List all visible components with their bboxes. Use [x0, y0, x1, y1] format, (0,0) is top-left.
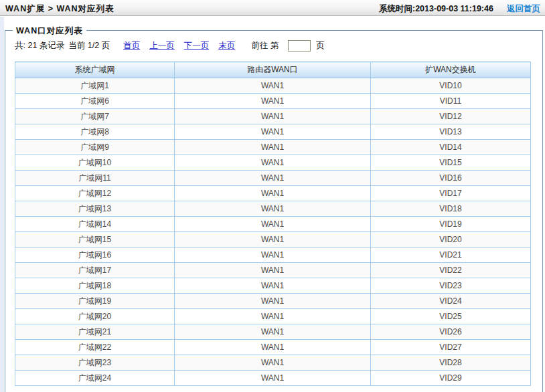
cell-system-wan: 广域网18	[15, 278, 175, 294]
header-system-wan: 系统广域网	[15, 62, 175, 78]
table-row: 广域网18WAN1VID23	[15, 278, 531, 294]
cell-system-wan: 广域网12	[15, 186, 175, 201]
cell-extended-wan-switch: VID25	[371, 309, 531, 324]
cell-extended-wan-switch: VID27	[371, 340, 531, 355]
top-bar: WAN扩展 > WAN对应列表 系统时间:2013-09-03 11:19:46…	[0, 0, 545, 16]
cell-extended-wan-switch: VID11	[371, 94, 531, 109]
table-row: 广域网22WAN1VID27	[15, 340, 531, 355]
table-row: 广域网11WAN1VID16	[15, 171, 531, 186]
current-page-text: 当前 1/2 页	[68, 40, 110, 52]
cell-router-wan-port: WAN1	[175, 309, 371, 324]
cell-system-wan: 广域网13	[15, 201, 175, 217]
cell-router-wan-port: WAN1	[175, 201, 371, 217]
table-row: 广域网16WAN1VID21	[15, 248, 531, 263]
cell-extended-wan-switch: VID12	[371, 109, 531, 124]
cell-system-wan: 广域网16	[15, 248, 175, 263]
cell-system-wan: 广域网9	[15, 140, 175, 155]
table-row: 广域网9WAN1VID14	[15, 140, 531, 155]
panel-legend: WAN口对应列表	[13, 25, 86, 37]
table-row: 广域网13WAN1VID18	[15, 201, 531, 217]
cell-router-wan-port: WAN1	[175, 278, 371, 294]
cell-system-wan: 广域网11	[15, 171, 175, 186]
table-row: 广域网17WAN1VID22	[15, 263, 531, 278]
prev-page-link[interactable]: 上一页	[149, 40, 175, 52]
cell-router-wan-port: WAN1	[175, 124, 371, 140]
table-row: 广域网12WAN1VID17	[15, 186, 531, 201]
cell-extended-wan-switch: VID22	[371, 263, 531, 278]
table-body: 广域网1WAN1VID10广域网6WAN1VID11广域网7WAN1VID12广…	[15, 78, 531, 386]
cell-system-wan: 广域网6	[15, 94, 175, 109]
table-header-row: 系统广域网 路由器WAN口 扩WAN交换机	[15, 62, 531, 78]
cell-extended-wan-switch: VID18	[371, 201, 531, 217]
cell-router-wan-port: WAN1	[175, 371, 371, 386]
cell-router-wan-port: WAN1	[175, 324, 371, 340]
goto-page-label: 前往 第	[251, 40, 279, 52]
cell-extended-wan-switch: VID19	[371, 217, 531, 232]
cell-extended-wan-switch: VID20	[371, 232, 531, 248]
header-extended-wan-switch: 扩WAN交换机	[371, 62, 531, 78]
cell-router-wan-port: WAN1	[175, 109, 371, 124]
cell-router-wan-port: WAN1	[175, 186, 371, 201]
cell-system-wan: 广域网23	[15, 355, 175, 371]
cell-system-wan: 广域网19	[15, 294, 175, 309]
cell-system-wan: 广域网22	[15, 340, 175, 355]
table-row: 广域网21WAN1VID26	[15, 324, 531, 340]
table-row: 广域网24WAN1VID29	[15, 371, 531, 386]
cell-router-wan-port: WAN1	[175, 232, 371, 248]
cell-router-wan-port: WAN1	[175, 263, 371, 278]
table-row: 广域网19WAN1VID24	[15, 294, 531, 309]
cell-extended-wan-switch: VID29	[371, 371, 531, 386]
return-home-link[interactable]: 返回首页	[507, 3, 540, 15]
cell-router-wan-port: WAN1	[175, 94, 371, 109]
cell-system-wan: 广域网14	[15, 217, 175, 232]
cell-router-wan-port: WAN1	[175, 140, 371, 155]
cell-system-wan: 广域网10	[15, 155, 175, 171]
table-row: 广域网1WAN1VID10	[15, 78, 531, 94]
cell-router-wan-port: WAN1	[175, 171, 371, 186]
next-page-link[interactable]: 下一页	[184, 40, 210, 52]
table-row: 广域网14WAN1VID19	[15, 217, 531, 232]
cell-system-wan: 广域网7	[15, 109, 175, 124]
cell-extended-wan-switch: VID13	[371, 124, 531, 140]
cell-router-wan-port: WAN1	[175, 78, 371, 94]
cell-system-wan: 广域网8	[15, 124, 175, 140]
wan-mapping-table: 系统广域网 路由器WAN口 扩WAN交换机 广域网1WAN1VID10广域网6W…	[15, 62, 531, 386]
cell-router-wan-port: WAN1	[175, 248, 371, 263]
table-row: 广域网10WAN1VID15	[15, 155, 531, 171]
table-row: 广域网23WAN1VID28	[15, 355, 531, 371]
system-time: 系统时间:2013-09-03 11:19:46	[379, 3, 493, 15]
table-row: 广域网15WAN1VID20	[15, 232, 531, 248]
cell-extended-wan-switch: VID26	[371, 324, 531, 340]
table-row: 广域网7WAN1VID12	[15, 109, 531, 124]
cell-system-wan: 广域网24	[15, 371, 175, 386]
cell-system-wan: 广域网1	[15, 78, 175, 94]
table-row: 广域网6WAN1VID11	[15, 94, 531, 109]
cell-extended-wan-switch: VID28	[371, 355, 531, 371]
cell-system-wan: 广域网21	[15, 324, 175, 340]
breadcrumb: WAN扩展 > WAN对应列表	[5, 3, 114, 15]
record-count-text: 共: 21 条记录	[15, 40, 64, 52]
cell-system-wan: 广域网17	[15, 263, 175, 278]
cell-extended-wan-switch: VID16	[371, 171, 531, 186]
cell-extended-wan-switch: VID23	[371, 278, 531, 294]
table-row: 广域网20WAN1VID25	[15, 309, 531, 324]
page-left-gutter	[0, 17, 4, 392]
cell-router-wan-port: WAN1	[175, 155, 371, 171]
cell-system-wan: 广域网20	[15, 309, 175, 324]
goto-page-suffix: 页	[316, 40, 325, 52]
cell-extended-wan-switch: VID21	[371, 248, 531, 263]
table-row: 广域网8WAN1VID13	[15, 124, 531, 140]
cell-router-wan-port: WAN1	[175, 340, 371, 355]
cell-extended-wan-switch: VID17	[371, 186, 531, 201]
last-page-link[interactable]: 末页	[218, 40, 235, 52]
cell-extended-wan-switch: VID24	[371, 294, 531, 309]
wan-mapping-panel: WAN口对应列表 共: 21 条记录 当前 1/2 页 首页 上一页 下一页 末…	[5, 30, 543, 392]
goto-page-input[interactable]	[288, 40, 311, 52]
first-page-link[interactable]: 首页	[123, 40, 140, 52]
cell-router-wan-port: WAN1	[175, 217, 371, 232]
cell-router-wan-port: WAN1	[175, 355, 371, 371]
cell-extended-wan-switch: VID14	[371, 140, 531, 155]
cell-extended-wan-switch: VID15	[371, 155, 531, 171]
header-router-wan-port: 路由器WAN口	[175, 62, 371, 78]
pagination-bar: 共: 21 条记录 当前 1/2 页 首页 上一页 下一页 末页 前往 第 页	[15, 40, 325, 52]
